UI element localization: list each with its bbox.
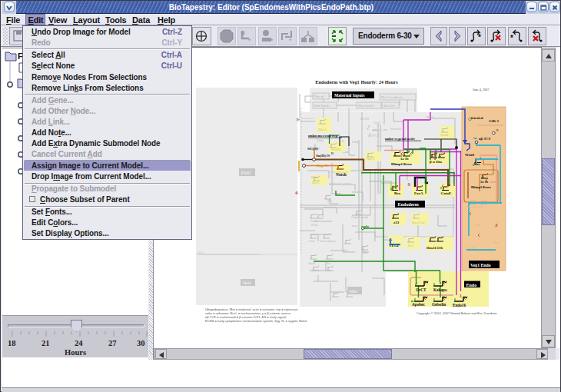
svg-text:GSK-3: GSK-3 — [489, 119, 500, 123]
svg-text:Apobec: Apobec — [412, 302, 425, 307]
svg-text:Mat cβ: Mat cβ — [314, 95, 324, 98]
svg-text:*: * — [478, 33, 481, 42]
svg-text:GataE: GataE — [441, 191, 453, 195]
svg-text:Ubiq: Ubiq — [317, 138, 324, 142]
svg-text:SoxB1: SoxB1 — [331, 148, 341, 151]
svg-text:Bra: Bra — [493, 241, 498, 244]
svg-text:z13: z13 — [393, 221, 400, 224]
svg-text:*: * — [248, 37, 251, 45]
svg-text:Wnt8: Wnt8 — [465, 153, 474, 157]
svg-text:1: 1 — [460, 294, 462, 298]
svg-text:nβ-TCF: nβ-TCF — [368, 134, 380, 138]
svg-text:unkn vegetal activ: unkn vegetal activ — [385, 137, 415, 141]
svg-text:Bra: Bra — [394, 191, 401, 195]
svg-text:*: * — [271, 37, 274, 45]
svg-text:GSK-3: GSK-3 — [372, 128, 382, 132]
svg-text:Gelsolin: Gelsolin — [432, 302, 446, 307]
svg-text:Hox11/13b: Hox11/13b — [467, 205, 483, 209]
svg-text:Gcm (abor): Gcm (abor) — [320, 239, 336, 243]
svg-text:PMC: PMC — [241, 171, 252, 175]
svg-text:*: * — [289, 37, 292, 45]
svg-text:LiCl: LiCl — [374, 121, 381, 125]
svg-text:Hnf 6: Hnf 6 — [367, 157, 375, 161]
svg-text:Mat SoxB1: Mat SoxB1 — [358, 104, 373, 108]
svg-text:Mat G-cadherin: Mat G-cadherin — [381, 95, 403, 99]
svg-text:X: X — [367, 127, 369, 131]
svg-text:Eve: Eve — [474, 162, 481, 166]
svg-text:Hox11/13b: Hox11/13b — [427, 246, 443, 250]
svg-text:Mat Notch: Mat Notch — [314, 104, 330, 108]
svg-text:unkn mes activ: unkn mes activ — [329, 170, 349, 174]
svg-text:Delta: Delta — [311, 223, 318, 227]
svg-text:ECNS: ECNS — [360, 117, 370, 121]
svg-text:unkn mes/end rep: unkn mes/end rep — [308, 134, 337, 138]
svg-text:Not: Not — [363, 251, 368, 254]
svg-text:Ubiq: Ubiq — [311, 175, 319, 179]
svg-text:Su(H):N: Su(H):N — [316, 154, 330, 158]
svg-text:Blimp1/Krox: Blimp1/Krox — [471, 185, 491, 189]
svg-text:Copyright © 2001–2007 Hamid Bo: Copyright © 2001–2007 Hamid Bolouri and … — [417, 311, 497, 315]
svg-text:Gata: Gata — [474, 223, 480, 227]
svg-text:Wnt8: Wnt8 — [440, 133, 449, 137]
svg-text:SU(H): SU(H) — [307, 147, 318, 151]
svg-text:Endo: Endo — [466, 283, 477, 287]
svg-text:OrCT: OrCT — [416, 287, 427, 292]
svg-text:Eve: Eve — [408, 244, 413, 247]
svg-text:frizzled: frizzled — [390, 127, 401, 131]
svg-text:1a 1b: 1a 1b — [480, 180, 489, 184]
svg-text:0 0 1 1: 0 0 1 1 — [198, 251, 204, 254]
svg-text:frizzled: frizzled — [471, 116, 483, 120]
svg-text:Endoderm: Endoderm — [398, 202, 419, 207]
svg-text:Nrl: Nrl — [327, 199, 333, 203]
svg-text:Maternal Inputs: Maternal Inputs — [334, 93, 365, 98]
svg-text:unkn mes activ: unkn mes activ — [329, 181, 352, 185]
svg-text:Hex: Hex — [325, 261, 331, 265]
svg-text:GataC (oral): GataC (oral) — [351, 215, 369, 219]
svg-text:ECNS = early cytoplasmic nucle: ECNS = early cytoplasmic nuclearization … — [205, 319, 307, 323]
svg-text:Ubiq: Ubiq — [390, 138, 398, 142]
svg-text:endo: endo — [361, 224, 369, 228]
svg-text:β α Otx: β α Otx — [430, 160, 442, 164]
svg-text:Alx1: Alx1 — [308, 239, 315, 243]
svg-text:Kakapo: Kakapo — [433, 287, 447, 292]
svg-text:Nucl.: Nucl. — [427, 115, 434, 119]
svg-text:Zyg. N.: Zyg. N. — [317, 164, 329, 168]
svg-text:Brn1/2/4: Brn1/2/4 — [412, 221, 425, 224]
svg-text:Endoderm with Veg1 Hourly: 24: Endoderm with Veg1 Hourly: 24 Hours — [315, 79, 398, 85]
svg-text:RhoA: RhoA — [318, 128, 327, 131]
svg-text:Skel: Skel — [243, 281, 251, 285]
svg-text:HesC: HesC — [312, 181, 320, 184]
svg-text:June 4, 2007: June 4, 2007 — [473, 88, 489, 92]
svg-text:Mes: Mes — [350, 289, 358, 294]
svg-text:Veg1 Endo: Veg1 Endo — [470, 263, 491, 267]
svg-text:nβ-TCF: nβ-TCF — [479, 137, 491, 141]
svg-text:3: 3 — [495, 222, 498, 228]
svg-text:1a 1b: 1a 1b — [400, 157, 409, 161]
svg-text:VEGF: VEGF — [389, 244, 400, 247]
svg-text:FoxB: FoxB — [467, 246, 475, 250]
svg-text:4: 4 — [295, 190, 298, 196]
svg-text:Mat Otx: Mat Otx — [383, 104, 396, 108]
svg-text:S: S — [408, 181, 411, 187]
svg-text:Ubiq: Ubiq — [352, 140, 360, 144]
svg-text:Endo16: Endo16 — [453, 303, 466, 307]
svg-text:*: * — [510, 34, 513, 42]
svg-text:Snail: Snail — [308, 261, 316, 265]
svg-text:Blimp1/Krox: Blimp1/Krox — [391, 162, 412, 166]
svg-text:FoxA: FoxA — [414, 191, 423, 195]
